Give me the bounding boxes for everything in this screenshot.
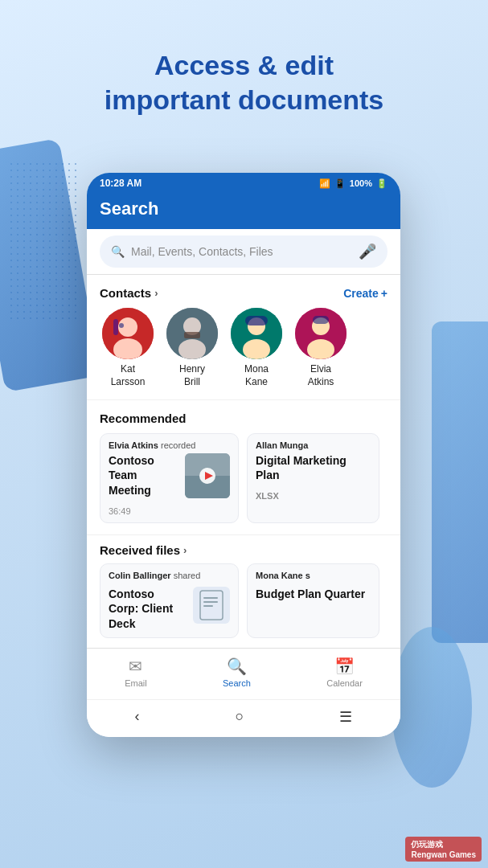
contact-name-elvia: Elvia Atkins xyxy=(308,363,334,388)
henry-avatar-image xyxy=(166,308,218,359)
app-header: Search xyxy=(87,192,400,229)
contact-name-henry: Henry Brill xyxy=(179,363,205,388)
card-2-title: Digital Marketing Plan xyxy=(256,453,371,482)
search-placeholder: Mail, Events, Contacts, Files xyxy=(131,245,352,258)
file-card-2[interactable]: Mona Kane s Budget Plan Quarter xyxy=(247,563,379,638)
calendar-nav-label: Calendar xyxy=(326,678,363,688)
file-card-1-author: Colin Ballinger shared xyxy=(100,564,238,583)
status-bar: 10:28 AM 📶 📱 100% 🔋 xyxy=(87,173,400,192)
nav-item-search[interactable]: 🔍 Search xyxy=(210,655,264,690)
svg-rect-3 xyxy=(113,319,118,335)
svg-point-4 xyxy=(119,323,124,328)
svg-rect-12 xyxy=(245,316,268,326)
svg-point-11 xyxy=(243,339,270,359)
plus-icon: + xyxy=(381,287,388,300)
file-card-1-thumbnail xyxy=(193,587,230,624)
document-icon xyxy=(197,589,226,621)
svg-point-15 xyxy=(307,339,334,359)
card-2-footer: XLSX xyxy=(248,489,379,507)
recommended-header: Recommended xyxy=(87,400,400,433)
back-button[interactable]: ‹ xyxy=(135,708,140,725)
calendar-nav-icon: 📅 xyxy=(334,657,355,676)
battery-icon: 🔋 xyxy=(376,178,388,189)
file-card-2-title: Budget Plan Quarter xyxy=(256,587,371,601)
system-nav: ‹ ○ ☰ xyxy=(87,699,400,737)
avatar-mona xyxy=(231,308,282,359)
bg-texture-left xyxy=(0,138,100,392)
recommended-card-1[interactable]: Elvia Atkins recorded Contoso Team Meeti… xyxy=(100,433,239,523)
received-chevron-icon: › xyxy=(183,544,187,556)
watermark: 仍玩游戏 Rengwan Games xyxy=(405,837,482,862)
contact-item-henry[interactable]: Henry Brill xyxy=(164,308,220,388)
contact-name-mona: Mona Kane xyxy=(244,363,269,388)
content-area: Contacts › Create + xyxy=(87,275,400,648)
search-nav-label: Search xyxy=(223,678,251,688)
signal-icon: 📱 xyxy=(334,178,346,189)
svg-rect-23 xyxy=(203,601,218,603)
hero-section: Access & edit important documents xyxy=(0,48,488,117)
bg-blob xyxy=(392,627,472,788)
card-1-footer: 36:49 xyxy=(100,505,238,522)
recents-button[interactable]: ☰ xyxy=(339,708,352,726)
email-nav-icon: ✉ xyxy=(129,657,142,676)
search-bar-container[interactable]: 🔍 Mail, Events, Contacts, Files 🎤 xyxy=(87,229,400,275)
phone-frame: 10:28 AM 📶 📱 100% 🔋 Search 🔍 Mail, Event… xyxy=(87,173,400,737)
received-files-header[interactable]: Received files › xyxy=(87,535,400,563)
file-card-2-body: Budget Plan Quarter xyxy=(248,583,379,608)
contacts-chevron-icon: › xyxy=(154,287,158,299)
video-thumbnail xyxy=(185,453,230,498)
kat-avatar-image xyxy=(102,308,154,359)
file-card-1[interactable]: Colin Ballinger shared Contoso Corp: Cli… xyxy=(100,563,239,638)
search-icon: 🔍 xyxy=(111,245,125,258)
avatar-kat xyxy=(102,308,154,359)
card-1-thumbnail xyxy=(185,453,230,498)
contacts-section-title[interactable]: Contacts › xyxy=(100,286,158,300)
status-icons: 📶 📱 100% 🔋 xyxy=(319,178,388,189)
mic-icon[interactable]: 🎤 xyxy=(359,243,376,260)
svg-rect-24 xyxy=(203,605,213,607)
bg-texture-right xyxy=(432,321,488,643)
elvia-avatar-image xyxy=(295,308,347,359)
avatar-elvia xyxy=(295,308,347,359)
card-2-body: Digital Marketing Plan xyxy=(248,453,379,489)
card-2-author: Allan Munga xyxy=(248,434,379,453)
search-input-wrapper[interactable]: 🔍 Mail, Events, Contacts, Files 🎤 xyxy=(100,235,388,268)
file-card-1-title: Contoso Corp: Client Deck xyxy=(109,587,187,631)
svg-rect-22 xyxy=(203,597,218,599)
card-1-author: Elvia Atkins recorded xyxy=(100,434,238,453)
home-button[interactable]: ○ xyxy=(236,708,244,725)
card-1-body: Contoso Team Meeting xyxy=(100,453,238,505)
svg-rect-16 xyxy=(313,316,329,324)
file-card-1-body: Contoso Corp: Client Deck xyxy=(100,583,238,637)
svg-point-7 xyxy=(178,339,206,359)
file-cards-row: Colin Ballinger shared Contoso Corp: Cli… xyxy=(87,563,400,648)
svg-rect-8 xyxy=(184,332,200,338)
recommended-cards-row: Elvia Atkins recorded Contoso Team Meeti… xyxy=(87,433,400,534)
file-card-2-author: Mona Kane s xyxy=(248,564,379,583)
avatar-henry xyxy=(166,308,218,359)
recommended-card-2[interactable]: Allan Munga Digital Marketing Plan XLSX xyxy=(247,433,379,523)
email-nav-label: Email xyxy=(125,678,147,688)
contact-item-mona[interactable]: Mona Kane xyxy=(228,308,285,388)
status-time: 10:28 AM xyxy=(100,178,141,189)
contact-item-kat[interactable]: Kat Larsson xyxy=(100,308,156,388)
nav-item-email[interactable]: ✉ Email xyxy=(112,655,160,690)
contact-name-kat: Kat Larsson xyxy=(111,363,146,388)
app-title: Search xyxy=(100,199,388,219)
create-button[interactable]: Create + xyxy=(343,287,388,300)
mona-avatar-image xyxy=(231,308,282,359)
contacts-row: Kat Larsson Henry Brill xyxy=(87,308,400,399)
bottom-nav: ✉ Email 🔍 Search 📅 Calendar xyxy=(87,648,400,699)
battery-label: 100% xyxy=(350,178,372,188)
nav-item-calendar[interactable]: 📅 Calendar xyxy=(314,655,375,690)
search-nav-icon: 🔍 xyxy=(227,657,247,676)
contacts-section-header: Contacts › Create + xyxy=(87,275,400,308)
contact-item-elvia[interactable]: Elvia Atkins xyxy=(293,308,349,388)
card-1-title: Contoso Team Meeting xyxy=(109,453,178,497)
hero-title: Access & edit important documents xyxy=(32,48,456,117)
wifi-icon: 📶 xyxy=(319,178,330,189)
